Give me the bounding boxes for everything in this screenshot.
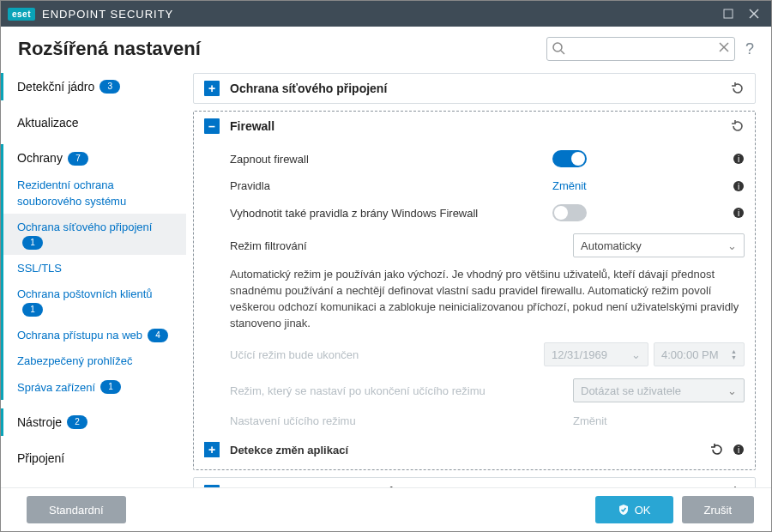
info-icon[interactable]: i [733,153,745,165]
info-icon[interactable]: i [733,444,745,456]
badge: 1 [100,380,121,394]
ok-button[interactable]: OK [595,496,673,523]
select-value: Dotázat se uživatele [581,384,681,397]
reset-icon[interactable] [710,443,724,456]
window-maximize-icon[interactable] [718,3,739,24]
panel-title: Ochrana síťového připojení [230,82,722,95]
sidebar-item-device[interactable]: Správa zařízení1 [1,374,186,400]
label: Nastavení učícího režimu [230,414,573,427]
shield-check-icon [618,504,630,516]
main: + Ochrana síťového připojení – Firewall [190,70,771,487]
select-value: Automaticky [581,239,642,252]
info-icon[interactable]: i [733,180,745,192]
sidebar-item-label: Ochrany [17,151,63,165]
label: Pravidla [230,179,552,192]
badge: 7 [68,152,88,166]
panel-header[interactable]: + Ochrana proti síťovým útokům [194,478,755,487]
row-rules: Pravidla Změnit i [230,173,745,198]
expand-icon: + [204,442,220,457]
panel-network-attacks: + Ochrana proti síťovým útokům [193,477,756,487]
window-close-icon[interactable] [744,3,764,24]
label: Režim, který se nastaví po ukončení učíc… [230,384,573,397]
subpanel-app-change-detection[interactable]: + Detekce změn aplikací i [204,433,745,461]
sidebar-item-detection[interactable]: Detekční jádro3 [1,73,186,100]
sidebar-item-ssltls[interactable]: SSL/TLS [1,255,186,281]
search-icon [552,41,565,55]
collapse-icon: – [204,118,220,134]
panel-header[interactable]: + Ochrana síťového připojení [194,74,755,103]
reset-icon[interactable] [731,82,745,95]
sidebar-item-netconn[interactable]: Ochrana síťového připojení1 [1,214,186,255]
rules-edit-link[interactable]: Změnit [552,179,587,192]
panel-title: Ochrana proti síťovým útokům [230,486,722,487]
header: Rozšířená nastavení ? [1,27,771,70]
sidebar-item-web[interactable]: Ochrana přístupu na web4 [1,322,186,348]
row-post-learning-mode: Režim, který se nastaví po ukončení učíc… [230,372,745,408]
sidebar-item-label: Připojení [17,451,64,465]
filter-mode-select[interactable]: Automaticky ⌄ [573,233,745,257]
sidebar: Detekční jádro3AktualizaceOchrany7Rezide… [1,70,190,487]
info-icon[interactable]: i [733,207,745,219]
row-learning-end: Učící režim bude ukončen 12/31/1969 ⌄ 4:… [230,336,745,372]
sidebar-item-ui[interactable]: Uživatelské rozhraní [1,480,186,487]
svg-point-3 [553,43,562,51]
svg-text:i: i [738,209,739,218]
panel-title: Firewall [230,119,722,133]
sidebar-item-label: Nástroje [17,415,62,429]
svg-text:i: i [738,445,739,455]
sidebar-item-protections[interactable]: Ochrany7 [1,144,186,172]
sidebar-item-rfs[interactable]: Rezidentní ochrana souborového systému [1,172,186,214]
sidebar-item-label: Zabezpečený prohlížeč [17,354,132,367]
badge: 2 [67,415,87,429]
label: Učící režim bude ukončen [230,348,544,361]
enable-firewall-toggle[interactable] [552,150,587,167]
default-button[interactable]: Standardní [27,496,126,523]
brand-logo: eset [8,8,35,21]
row-enable-firewall: Zapnout firewall i [230,144,745,173]
sidebar-item-mail[interactable]: Ochrana poštovních klientů1 [1,281,186,322]
sidebar-item-updates[interactable]: Aktualizace [1,109,186,136]
windows-firewall-toggle[interactable] [552,204,587,221]
search-input[interactable] [546,37,735,61]
expand-icon: + [204,485,220,487]
chevron-down-icon: ⌄ [631,348,641,361]
sidebar-item-conn[interactable]: Připojení [1,444,186,472]
svg-text:i: i [738,182,739,191]
reset-icon[interactable] [731,119,745,133]
label: Vyhodnotit také pravidla z brány Windows… [230,207,552,220]
cancel-button[interactable]: Zrušit [682,496,755,523]
search-box [546,37,735,61]
sidebar-item-label: Aktualizace [17,116,79,130]
sidebar-item-label: SSL/TLS [17,262,62,275]
sidebar-item-tools[interactable]: Nástroje2 [1,408,186,436]
search-clear-icon[interactable] [718,41,730,53]
learning-end-time: 4:00:00 PM ▲▼ [654,342,745,366]
badge: 1 [22,236,43,250]
row-filter-mode: Režim filtrování Automaticky ⌄ [230,227,745,263]
reset-icon[interactable] [731,486,745,487]
panel-header[interactable]: – Firewall [194,112,755,141]
chevron-down-icon: ⌄ [727,239,737,252]
badge: 4 [148,329,168,342]
panel-network-protection: + Ochrana síťového připojení [193,73,756,104]
row-windows-firewall-rules: Vyhodnotit také pravidla z brány Windows… [230,198,745,227]
sidebar-item-label: Ochrana poštovních klientů [17,287,153,300]
filter-mode-description: Automatický režim je používán jako výcho… [230,263,745,336]
panel-firewall: – Firewall Zapnout firewall i [193,111,756,470]
spinner-icon: ▲▼ [731,348,737,360]
sidebar-item-browser[interactable]: Zabezpečený prohlížeč [1,348,186,373]
label: Zapnout firewall [230,153,552,166]
titlebar: eset ENDPOINT SECURITY [1,1,771,27]
page-title: Rozšířená nastavení [18,38,546,60]
row-learning-settings: Nastavení učícího režimu Změnit [230,408,745,433]
help-icon[interactable]: ? [745,40,754,58]
subpanel-title: Detekce změn aplikací [230,444,710,456]
sidebar-item-label: Rezidentní ochrana souborového systému [17,178,126,207]
learning-settings-link: Změnit [573,414,607,427]
svg-rect-0 [724,9,733,18]
footer: Standardní OK Zrušit [1,487,771,531]
main-scroll[interactable]: + Ochrana síťového připojení – Firewall [190,70,771,487]
brand-title: ENDPOINT SECURITY [42,8,173,21]
sidebar-item-label: Ochrana síťového připojení [17,221,152,233]
sidebar-item-label: Ochrana přístupu na web [17,329,142,342]
